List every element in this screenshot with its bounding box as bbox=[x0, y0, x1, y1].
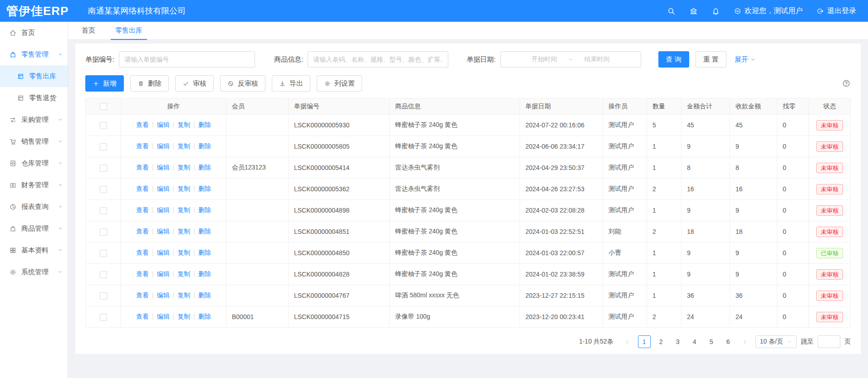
delete-link[interactable]: 删除 bbox=[198, 121, 211, 128]
prev-page-button[interactable] bbox=[621, 335, 634, 348]
row-checkbox[interactable] bbox=[100, 250, 107, 257]
sidebar-item-retail[interactable]: 零售管理 bbox=[0, 44, 68, 65]
search-icon[interactable] bbox=[667, 7, 676, 15]
add-button[interactable]: 新增 bbox=[85, 75, 124, 92]
copy-link[interactable]: 复制 bbox=[177, 206, 190, 213]
sidebar-item-form[interactable]: 零售出库 bbox=[0, 65, 68, 87]
view-link[interactable]: 查看 bbox=[136, 121, 149, 128]
select-all-checkbox[interactable] bbox=[100, 103, 107, 110]
copy-link[interactable]: 复制 bbox=[177, 270, 190, 277]
view-link[interactable]: 查看 bbox=[136, 270, 149, 277]
cell-change: 0 bbox=[777, 285, 809, 306]
tab-retail-outbound[interactable]: 零售出库 bbox=[115, 22, 142, 40]
edit-link[interactable]: 编辑 bbox=[157, 142, 170, 150]
sidebar-item-goods[interactable]: 商品管理 bbox=[0, 218, 68, 239]
edit-link[interactable]: 编辑 bbox=[157, 164, 170, 171]
sidebar-item-home[interactable]: 首页 bbox=[0, 22, 68, 44]
copy-link[interactable]: 复制 bbox=[177, 313, 190, 320]
delete-link[interactable]: 删除 bbox=[198, 270, 211, 277]
welcome-user[interactable]: 欢迎您，测试用户 bbox=[734, 6, 803, 16]
delete-button[interactable]: 删除 bbox=[130, 75, 169, 92]
copy-link[interactable]: 复制 bbox=[177, 164, 190, 171]
query-button[interactable]: 查 询 bbox=[658, 51, 689, 68]
copy-link[interactable]: 复制 bbox=[177, 142, 190, 150]
edit-link[interactable]: 编辑 bbox=[157, 270, 170, 277]
edit-link[interactable]: 编辑 bbox=[157, 228, 170, 235]
tab-home[interactable]: 首页 bbox=[82, 22, 95, 40]
chevron-down-icon bbox=[58, 160, 63, 166]
cell-change: 0 bbox=[777, 242, 809, 264]
jump-page-input[interactable] bbox=[818, 335, 840, 348]
bell-icon[interactable] bbox=[711, 7, 720, 15]
bill-no-input[interactable] bbox=[119, 51, 255, 68]
copy-link[interactable]: 复制 bbox=[177, 249, 190, 256]
view-link[interactable]: 查看 bbox=[136, 249, 149, 256]
edit-link[interactable]: 编辑 bbox=[157, 291, 170, 299]
form-icon bbox=[17, 94, 25, 102]
view-link[interactable]: 查看 bbox=[136, 185, 149, 192]
row-checkbox[interactable] bbox=[100, 143, 107, 150]
unaudit-button[interactable]: 反审核 bbox=[220, 75, 265, 92]
delete-link[interactable]: 删除 bbox=[198, 206, 211, 213]
edit-link[interactable]: 编辑 bbox=[157, 206, 170, 213]
sidebar-item-purchase[interactable]: 采购管理 bbox=[0, 109, 68, 131]
sidebar-item-warehouse[interactable]: 仓库管理 bbox=[0, 152, 68, 174]
logout-button[interactable]: 退出登录 bbox=[816, 6, 856, 16]
app-logo[interactable]: 管伊佳ERP bbox=[6, 3, 69, 19]
view-link[interactable]: 查看 bbox=[136, 228, 149, 235]
row-checkbox[interactable] bbox=[100, 207, 107, 214]
delete-link[interactable]: 删除 bbox=[198, 291, 211, 299]
row-checkbox[interactable] bbox=[100, 228, 107, 236]
delete-link[interactable]: 删除 bbox=[198, 228, 211, 235]
expand-link[interactable]: 展开 bbox=[735, 55, 756, 64]
page-size-select[interactable]: 10 条/页 bbox=[755, 335, 797, 348]
edit-link[interactable]: 编辑 bbox=[157, 249, 170, 256]
row-checkbox[interactable] bbox=[100, 186, 107, 193]
row-checkbox[interactable] bbox=[100, 314, 107, 321]
copy-link[interactable]: 复制 bbox=[177, 121, 190, 128]
edit-link[interactable]: 编辑 bbox=[157, 313, 170, 320]
row-checkbox[interactable] bbox=[100, 292, 107, 300]
row-checkbox[interactable] bbox=[100, 271, 107, 278]
audit-button[interactable]: 审核 bbox=[175, 75, 214, 92]
page-button-6[interactable]: 6 bbox=[722, 335, 735, 348]
copy-link[interactable]: 复制 bbox=[177, 185, 190, 192]
reset-button[interactable]: 重 置 bbox=[696, 51, 726, 68]
page-button-4[interactable]: 4 bbox=[688, 335, 701, 348]
export-button[interactable]: 导出 bbox=[272, 75, 310, 92]
sidebar-item-label: 零售出库 bbox=[29, 72, 56, 81]
row-checkbox[interactable] bbox=[100, 122, 107, 129]
page-button-3[interactable]: 3 bbox=[672, 335, 684, 348]
help-icon[interactable] bbox=[842, 79, 851, 88]
sidebar-item-form[interactable]: 零售退货 bbox=[0, 87, 68, 109]
sidebar-item-finance[interactable]: 财务管理 bbox=[0, 174, 68, 196]
next-page-button[interactable] bbox=[739, 335, 751, 348]
page-button-5[interactable]: 5 bbox=[705, 335, 718, 348]
row-checkbox[interactable] bbox=[100, 165, 107, 172]
sidebar-item-report[interactable]: 报表查询 bbox=[0, 196, 68, 218]
toolbar: 新增 删除 审核 反审核 bbox=[85, 75, 851, 92]
view-link[interactable]: 查看 bbox=[136, 164, 149, 171]
date-range-picker[interactable]: 开始时间 ~ 结束时间 bbox=[500, 51, 641, 68]
view-link[interactable]: 查看 bbox=[136, 206, 149, 213]
sidebar-item-system[interactable]: 系统管理 bbox=[0, 261, 68, 283]
bank-icon[interactable] bbox=[689, 7, 698, 15]
delete-link[interactable]: 删除 bbox=[198, 249, 211, 256]
delete-link[interactable]: 删除 bbox=[198, 142, 211, 150]
page-button-1[interactable]: 1 bbox=[638, 335, 651, 348]
view-link[interactable]: 查看 bbox=[136, 142, 149, 150]
view-link[interactable]: 查看 bbox=[136, 291, 149, 299]
delete-link[interactable]: 删除 bbox=[198, 185, 211, 192]
copy-link[interactable]: 复制 bbox=[177, 291, 190, 299]
sidebar-item-sales[interactable]: 销售管理 bbox=[0, 131, 68, 152]
delete-link[interactable]: 删除 bbox=[198, 164, 211, 171]
view-link[interactable]: 查看 bbox=[136, 313, 149, 320]
delete-link[interactable]: 删除 bbox=[198, 313, 211, 320]
page-button-2[interactable]: 2 bbox=[655, 335, 667, 348]
column-settings-button[interactable]: 列设置 bbox=[317, 75, 362, 92]
edit-link[interactable]: 编辑 bbox=[157, 121, 170, 128]
product-input[interactable] bbox=[308, 51, 448, 68]
sidebar-item-basic[interactable]: 基本资料 bbox=[0, 239, 68, 261]
edit-link[interactable]: 编辑 bbox=[157, 185, 170, 192]
copy-link[interactable]: 复制 bbox=[177, 228, 190, 235]
